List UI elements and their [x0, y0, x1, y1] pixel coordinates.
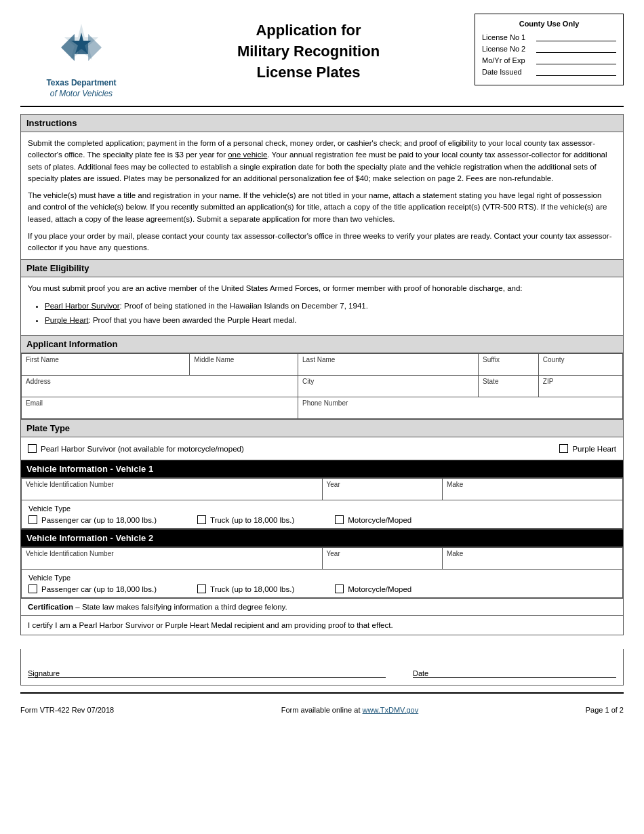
- last-name-cell[interactable]: Last Name: [298, 354, 479, 376]
- pearl-harbor-checkbox[interactable]: [28, 444, 37, 453]
- footer: Form VTR-422 Rev 07/2018 Form available …: [20, 700, 624, 719]
- vehicle1-type-checkboxes: Passenger car (up to 18,000 lbs.) Truck …: [28, 515, 616, 524]
- certification-text-row: I certify I am a Pearl Harbor Survivor o…: [20, 616, 624, 635]
- vehicle1-truck-checkbox[interactable]: [197, 515, 206, 524]
- vehicle1-passenger-label: Passenger car (up to 18,000 lbs.): [41, 516, 157, 524]
- vehicle2-type-label: Vehicle Type: [28, 574, 616, 582]
- vehicle2-vin-cell[interactable]: Vehicle Identification Number: [22, 548, 323, 570]
- vehicle1-truck-checkbox-item[interactable]: Truck (up to 18,000 lbs.): [197, 515, 294, 524]
- plate-type-section: Plate Type Pearl Harbor Survivor (not av…: [20, 420, 624, 460]
- purple-heart-checkbox-item[interactable]: Purple Heart: [559, 444, 616, 453]
- plate-type-row: Pearl Harbor Survivor (not available for…: [21, 437, 623, 460]
- vehicle1-table: Vehicle Identification Number Year Make: [21, 478, 623, 500]
- county-cell[interactable]: County: [538, 354, 622, 376]
- plate-eligibility-header: Plate Eligibility: [21, 260, 623, 277]
- county-dateissued-row: Date Issued: [482, 68, 616, 76]
- txdmv-logo: [54, 20, 108, 75]
- instructions-header: Instructions: [21, 115, 623, 132]
- address-cell[interactable]: Address: [22, 376, 298, 397]
- vehicle2-moped-checkbox[interactable]: [335, 584, 344, 593]
- vehicle1-type-row: Vehicle Type Passenger car (up to 18,000…: [21, 500, 623, 529]
- logo-text: Texas Department of Motor Vehicles: [46, 78, 116, 99]
- vehicle1-year-cell[interactable]: Year: [322, 479, 442, 500]
- date-field[interactable]: Date: [413, 649, 616, 678]
- certification-normal: – State law makes falsifying information…: [73, 603, 287, 611]
- bullet-purple-heart: Purple Heart: Proof that you have been a…: [45, 315, 616, 326]
- vehicle2-table: Vehicle Identification Number Year Make: [21, 547, 623, 570]
- vehicle2-truck-checkbox-item[interactable]: Truck (up to 18,000 lbs.): [197, 584, 294, 593]
- pearl-harbor-checkbox-item[interactable]: Pearl Harbor Survivor (not available for…: [28, 444, 244, 453]
- header-divider: [20, 106, 624, 107]
- plate-eligibility-intro: You must submit proof you are an active …: [28, 283, 616, 294]
- vehicle1-truck-label: Truck (up to 18,000 lbs.): [210, 516, 294, 524]
- instructions-para3: If you place your order by mail, please …: [28, 231, 616, 254]
- txdmv-website-link[interactable]: www.TxDMV.gov: [363, 706, 419, 714]
- plate-eligibility-content: You must submit proof you are an active …: [21, 277, 623, 335]
- signature-label: Signature: [28, 669, 60, 677]
- middle-name-cell[interactable]: Middle Name: [190, 354, 298, 376]
- county-license1-row: License No 1: [482, 33, 616, 41]
- vehicle2-passenger-checkbox-item[interactable]: Passenger car (up to 18,000 lbs.): [28, 584, 157, 593]
- vehicle2-moped-checkbox-item[interactable]: Motorcycle/Moped: [335, 584, 411, 593]
- instructions-section: Instructions Submit the completed applic…: [20, 114, 624, 260]
- vehicle1-section: Vehicle Information - Vehicle 1 Vehicle …: [20, 460, 624, 530]
- vehicle2-truck-checkbox[interactable]: [197, 584, 206, 593]
- date-label: Date: [413, 669, 428, 677]
- vehicle2-year-cell[interactable]: Year: [322, 548, 442, 570]
- instructions-para2: The vehicle(s) must have a title and reg…: [28, 190, 616, 225]
- vehicle1-passenger-checkbox-item[interactable]: Passenger car (up to 18,000 lbs.): [28, 515, 157, 524]
- plate-type-header: Plate Type: [21, 420, 623, 437]
- vehicle2-passenger-checkbox[interactable]: [28, 584, 37, 593]
- signature-row: Signature Date: [20, 649, 624, 686]
- signature-field[interactable]: Signature: [28, 649, 386, 678]
- state-cell[interactable]: State: [479, 376, 539, 397]
- first-name-cell[interactable]: First Name: [22, 354, 190, 376]
- vehicle2-type-checkboxes: Passenger car (up to 18,000 lbs.) Truck …: [28, 584, 616, 593]
- vehicle1-moped-checkbox-item[interactable]: Motorcycle/Moped: [335, 515, 411, 524]
- vehicle2-header: Vehicle Information - Vehicle 2: [21, 530, 623, 547]
- vehicle1-type-label: Vehicle Type: [28, 504, 616, 513]
- vehicle2-make-cell[interactable]: Make: [442, 548, 622, 570]
- page-number: Page 1 of 2: [586, 706, 624, 714]
- vehicle2-type-row: Vehicle Type Passenger car (up to 18,000…: [21, 570, 623, 598]
- plate-eligibility-section: Plate Eligibility You must submit proof …: [20, 260, 624, 336]
- certification-bold: Certification: [28, 603, 73, 611]
- form-number: Form VTR-422 Rev 07/2018: [20, 706, 114, 714]
- bullet-pearl-harbor: Pearl Harbor Survivor: Proof of being st…: [45, 300, 616, 312]
- city-cell[interactable]: City: [298, 376, 479, 397]
- vehicle1-make-cell[interactable]: Make: [442, 479, 622, 500]
- county-license2-row: License No 2: [482, 45, 616, 53]
- vehicle1-moped-label: Motorcycle/Moped: [348, 516, 411, 524]
- applicant-info-header: Applicant Information: [21, 336, 623, 353]
- vehicle1-vin-cell[interactable]: Vehicle Identification Number: [22, 479, 323, 500]
- county-moyr-row: Mo/Yr of Exp: [482, 56, 616, 64]
- certification-header-row: Certification – State law makes falsifyi…: [20, 599, 624, 616]
- applicant-info-table: First Name Middle Name Last Name Suffix …: [21, 353, 623, 419]
- page-header: Texas Department of Motor Vehicles Appli…: [20, 14, 624, 99]
- form-title: Application for Military Recognition Lic…: [142, 14, 475, 83]
- footer-divider: [20, 692, 624, 694]
- vehicle2-moped-label: Motorcycle/Moped: [348, 585, 411, 593]
- instructions-content: Submit the completed application; paymen…: [21, 132, 623, 259]
- logo-area: Texas Department of Motor Vehicles: [20, 14, 142, 99]
- purple-heart-checkbox[interactable]: [559, 444, 568, 453]
- vehicle1-moped-checkbox[interactable]: [335, 515, 344, 524]
- suffix-cell[interactable]: Suffix: [479, 354, 539, 376]
- email-cell[interactable]: Email: [22, 397, 298, 419]
- vehicle1-passenger-checkbox[interactable]: [28, 515, 37, 524]
- vehicle1-header: Vehicle Information - Vehicle 1: [21, 460, 623, 478]
- vehicle2-section: Vehicle Information - Vehicle 2 Vehicle …: [20, 530, 624, 599]
- county-use-only-box: County Use Only License No 1 License No …: [475, 14, 624, 85]
- zip-cell[interactable]: ZIP: [538, 376, 622, 397]
- vehicle2-passenger-label: Passenger car (up to 18,000 lbs.): [41, 585, 157, 593]
- vehicle2-truck-label: Truck (up to 18,000 lbs.): [210, 585, 294, 593]
- purple-heart-label: Purple Heart: [572, 445, 616, 453]
- plate-eligibility-list: Pearl Harbor Survivor: Proof of being st…: [45, 300, 616, 327]
- pearl-harbor-label: Pearl Harbor Survivor (not available for…: [41, 445, 244, 453]
- certification-certify-text: I certify I am a Pearl Harbor Survivor o…: [28, 621, 616, 629]
- applicant-info-section: Applicant Information First Name Middle …: [20, 336, 624, 420]
- form-available: Form available online at www.TxDMV.gov: [281, 706, 419, 714]
- county-box-title: County Use Only: [482, 20, 616, 28]
- instructions-para1: Submit the completed application; paymen…: [28, 138, 616, 184]
- phone-cell[interactable]: Phone Number: [298, 397, 623, 419]
